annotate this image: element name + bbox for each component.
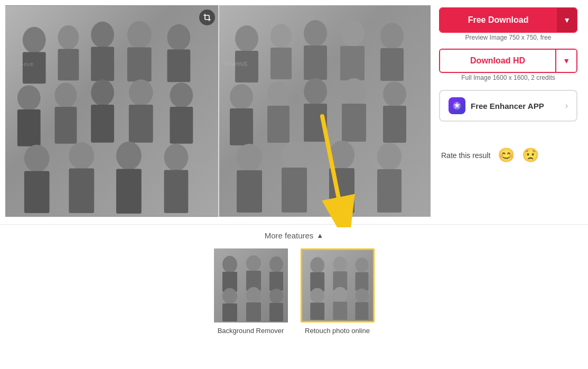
thumbnail-label-bg-remover: Background Remover [218,327,284,335]
svg-text:PIXAHIVE: PIXAHIVE [223,61,248,67]
rate-happy-button[interactable]: 😊 [498,147,515,163]
svg-rect-52 [383,106,406,143]
svg-rect-3 [23,52,46,84]
svg-point-53 [237,144,262,171]
svg-rect-17 [91,105,114,143]
top-section: PIXAHIVE [0,0,588,222]
svg-point-66 [222,256,237,273]
bg-remover-svg [214,248,288,322]
svg-text:PIXAHIVE: PIXAHIVE [10,61,34,67]
svg-point-10 [167,24,190,51]
more-features-arrow-icon: ▲ [316,232,323,239]
thumbnails-area: Background Remover [5,248,583,335]
svg-point-59 [377,143,402,170]
svg-rect-21 [170,107,193,144]
enhancer-app-button[interactable]: Free Enhancer APP › [439,90,577,122]
before-photo: PIXAHIVE [5,5,219,217]
more-features-bar[interactable]: More features ▲ [5,227,583,248]
enhancer-app-label: Free Enhancer APP [471,102,560,110]
svg-rect-46 [267,106,290,143]
before-photo-svg: PIXAHIVE [5,5,218,217]
svg-point-39 [340,20,365,47]
svg-rect-73 [222,303,237,321]
svg-rect-87 [310,303,324,320]
rate-section: Rate this result 😊 😟 [439,147,577,163]
crop-icon-badge[interactable] [199,10,215,25]
spacer [439,127,577,137]
download-hd-sub: Full Image 1600 x 1600, 2 credits [439,74,577,81]
enhancer-icon-svg [452,100,462,111]
svg-point-22 [24,145,50,172]
svg-rect-58 [329,168,354,213]
download-hd-button[interactable]: Download HD [440,50,555,72]
svg-rect-85 [355,272,368,290]
svg-rect-15 [55,107,77,144]
sidebar-panel: Free Download ▼ Preview Image 750 x 750,… [439,5,577,163]
svg-point-43 [230,84,253,109]
section-divider [0,224,588,225]
svg-rect-27 [116,169,142,214]
svg-rect-19 [129,105,153,143]
retouch-svg [302,250,373,321]
svg-point-57 [329,141,354,169]
svg-point-86 [310,288,324,303]
svg-point-33 [235,25,258,52]
svg-rect-50 [342,104,366,142]
after-image-container: PIXAHIVE [219,5,431,217]
svg-point-14 [55,82,77,108]
svg-rect-38 [304,45,327,80]
download-btn-group: Free Download ▼ [439,7,577,33]
svg-rect-56 [282,168,307,213]
svg-rect-36 [270,48,292,79]
free-download-group: Free Download ▼ Preview Image 750 x 750,… [439,7,577,41]
svg-rect-13 [17,109,41,146]
svg-point-72 [222,288,237,304]
svg-point-8 [127,21,152,49]
download-hd-dropdown-button[interactable]: ▼ [555,50,576,72]
svg-rect-48 [304,104,327,142]
rate-sad-button[interactable]: 😟 [522,147,539,163]
free-download-button[interactable]: Free Download [440,8,557,32]
svg-rect-23 [24,171,50,213]
svg-point-26 [116,142,142,170]
svg-point-37 [304,20,327,47]
svg-point-68 [246,255,261,271]
svg-point-41 [380,23,404,49]
hd-dropdown-icon: ▼ [563,57,570,65]
download-hd-btn-group: Download HD ▼ [439,49,577,73]
svg-point-45 [267,81,290,107]
svg-rect-7 [91,47,114,81]
main-layout: PIXAHIVE [0,0,588,345]
svg-point-70 [269,256,283,272]
svg-point-28 [164,144,189,171]
svg-rect-5 [58,49,79,81]
images-wrapper: PIXAHIVE [5,5,431,217]
svg-rect-71 [269,272,283,291]
svg-point-12 [17,85,41,110]
svg-point-49 [342,78,366,105]
svg-rect-91 [355,302,368,320]
svg-point-18 [129,79,153,106]
bottom-section: More features ▲ [0,227,588,345]
svg-rect-44 [230,108,253,145]
svg-point-55 [282,141,307,169]
more-features-label: More features [265,231,314,240]
svg-point-2 [23,27,46,53]
before-image-container: PIXAHIVE [5,5,219,217]
after-photo-svg: PIXAHIVE [219,5,431,217]
svg-point-90 [355,289,368,303]
svg-point-20 [170,82,193,108]
enhancer-app-chevron-icon: › [565,101,568,110]
svg-point-84 [355,257,368,273]
thumbnail-photo-bg-remover [214,248,288,322]
thumbnail-item-background-remover[interactable]: Background Remover [214,248,288,335]
free-download-sub: Preview Image 750 x 750, free [439,34,577,41]
svg-point-74 [246,287,261,303]
crop-icon [203,13,211,22]
thumbnail-label-retouch: Retouch photo online [305,327,370,335]
free-download-dropdown-button[interactable]: ▼ [557,8,577,32]
thumbnail-item-retouch[interactable]: Retouch photo online [301,248,375,335]
after-photo: PIXAHIVE [219,5,431,217]
svg-rect-75 [246,302,261,321]
svg-rect-42 [380,48,404,81]
